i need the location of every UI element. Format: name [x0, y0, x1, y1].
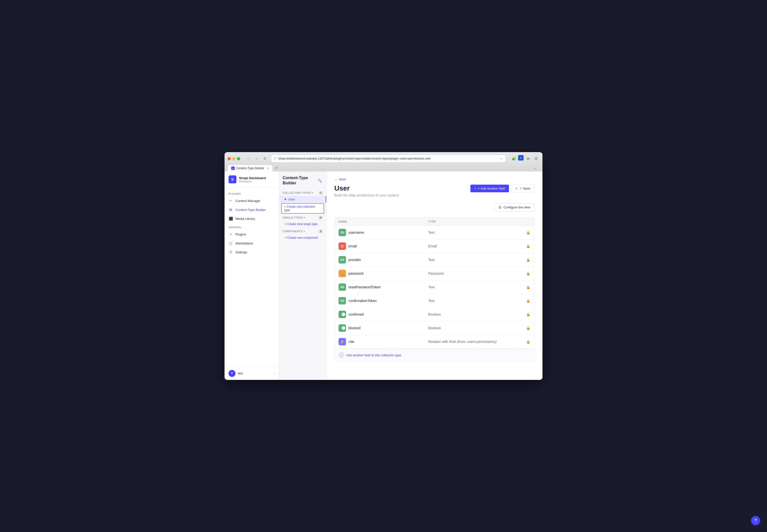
sidebar-item-label: Content Manager: [236, 199, 260, 203]
add-another-field-button[interactable]: + + Add another field: [470, 185, 509, 192]
bitwarden-icon[interactable]: b: [518, 155, 523, 161]
field-name: password: [349, 271, 363, 275]
ctb-item-label: User: [288, 198, 295, 201]
field-type-label: Email: [428, 244, 518, 248]
table-row[interactable]: Ab resetPasswordToken Text 🔒: [335, 280, 534, 294]
main-content: ← Back User Build the data architecture …: [326, 171, 542, 380]
menu-button[interactable]: ☰: [532, 155, 539, 162]
field-type-icon: Ab: [339, 229, 346, 236]
sidebar-item-media-library[interactable]: ⬛ Media Library: [225, 214, 279, 223]
tab-label: Content-Type Builder: [236, 166, 264, 170]
field-name: provider: [349, 258, 361, 262]
field-type-label: Text: [428, 285, 518, 289]
sidebar-item-content-manager[interactable]: ✏ Content Manager: [225, 196, 279, 205]
field-name-cell: Ab provider: [339, 256, 428, 264]
field-name-cell: Ab username: [339, 229, 428, 236]
sidebar-item-content-type-builder[interactable]: ⊞ Content-Type Builder: [225, 205, 279, 214]
back-link-label: Back: [339, 178, 346, 181]
collection-types-header: COLLECTION TYPES ▾ 1: [279, 190, 326, 196]
table-row[interactable]: Ab username Text 🔒: [335, 226, 534, 239]
field-lock-icon: 🔒: [518, 340, 530, 344]
field-name-cell: ⚡ role: [339, 338, 428, 345]
sidebar-item-marketplace[interactable]: 🛒 Marketplace: [225, 239, 279, 248]
media-library-icon: ⬛: [229, 216, 233, 221]
components-chevron: ▾: [304, 230, 305, 233]
ctb-panel: Content-Type Builder 🔍 COLLECTION TYPES …: [279, 171, 326, 380]
table-row[interactable]: confirmed Boolean 🔒: [335, 308, 534, 321]
sidebar-item-label: Plugins: [236, 233, 246, 236]
address-text: strapi.dollarbackend.example:1337/admin/…: [278, 157, 498, 160]
ctb-search-button[interactable]: 🔍: [317, 177, 323, 184]
field-name: resetPasswordToken: [349, 285, 381, 289]
add-field-to-collection-button[interactable]: + Add another field to this collection t…: [335, 349, 534, 361]
more-tools-button[interactable]: ≫: [524, 155, 531, 162]
single-types-label: SINGLE TYPES ▾: [283, 216, 306, 219]
ctb-panel-header: Content-Type Builder 🔍: [279, 171, 326, 190]
security-icon: 🛡: [274, 157, 277, 160]
brand-subtitle: Workplace: [239, 180, 266, 183]
table-header: NAME TYPE: [335, 218, 534, 226]
sidebar-item-settings[interactable]: ⚙ Settings: [225, 248, 279, 257]
table-row[interactable]: ⚡ role Relation with Role (from: users-p…: [335, 335, 534, 349]
tab-close-button[interactable]: ✕: [267, 167, 269, 170]
content-type-builder-icon: ⊞: [229, 207, 233, 212]
new-tab-button[interactable]: +: [273, 165, 280, 171]
table-row[interactable]: Ab provider Text 🔒: [335, 253, 534, 267]
forward-nav-button[interactable]: ›: [253, 155, 260, 162]
ctb-item-user[interactable]: User: [279, 196, 326, 203]
create-component-button[interactable]: + Create new component: [279, 234, 326, 241]
content-manager-icon: ✏: [229, 199, 233, 203]
configure-view-button[interactable]: ☰ Configure the view: [494, 203, 534, 211]
field-name-cell: blocked: [339, 324, 428, 332]
active-bullet: [285, 199, 286, 200]
refresh-button[interactable]: ↻: [262, 155, 269, 162]
field-lock-icon: 🔒: [518, 271, 530, 275]
tab-dropdown-button[interactable]: ⌄: [530, 165, 539, 171]
add-field-row-label: Add another field to this collection typ…: [346, 353, 401, 357]
minimize-button[interactable]: [232, 157, 236, 160]
back-link[interactable]: ← Back: [334, 177, 534, 181]
address-bar[interactable]: 🛡 strapi.dollarbackend.example:1337/admi…: [271, 155, 506, 163]
create-collection-type-button[interactable]: + Create new collection type: [281, 203, 324, 214]
maximize-button[interactable]: [237, 157, 240, 160]
field-type-label: Text: [428, 258, 518, 262]
table-row[interactable]: @ email Email 🔒: [335, 239, 534, 253]
create-component-label: + Create new component: [285, 236, 318, 239]
collapse-sidebar-button[interactable]: ‹: [274, 372, 275, 375]
table-row[interactable]: blocked Boolean 🔒: [335, 321, 534, 335]
ctb-panel-body: COLLECTION TYPES ▾ 1 User + Create new c…: [279, 190, 326, 380]
extensions-button[interactable]: 🧩: [510, 155, 517, 162]
table-row[interactable]: Ab confirmationToken Text 🔒: [335, 294, 534, 308]
traffic-lights: [228, 157, 240, 160]
active-tab[interactable]: S Content-Type Builder ✕: [228, 165, 273, 171]
field-type-icon: ⚡: [339, 338, 346, 345]
table-row[interactable]: 🔒 password Password 🔒: [335, 267, 534, 280]
close-button[interactable]: [228, 157, 231, 160]
check-icon: ✓: [515, 187, 518, 190]
field-lock-icon: 🔒: [518, 258, 530, 262]
plugins-section-label: PLUGINS: [225, 190, 279, 196]
field-type-icon: Ab: [339, 283, 346, 291]
brand-name: Strapi Dashboard: [239, 176, 266, 180]
browser-window: ‹ › ↻ 🛡 strapi.dollarbackend.example:133…: [225, 152, 542, 380]
field-name: role: [349, 340, 354, 344]
sidebar-footer: T test ‹: [225, 367, 279, 380]
back-nav-button[interactable]: ‹: [245, 155, 252, 162]
sidebar-header: S Strapi Dashboard Workplace: [225, 171, 279, 188]
field-name: email: [349, 244, 357, 248]
save-button[interactable]: ✓ ✓ Save: [511, 184, 534, 193]
settings-icon: ⚙: [229, 250, 233, 254]
bookmark-icon[interactable]: ☆: [500, 157, 503, 161]
single-types-header: SINGLE TYPES ▾ 0: [279, 215, 326, 221]
page-header: User Build the data architecture of your…: [334, 184, 534, 197]
field-type-label: Boolean: [428, 312, 518, 316]
field-type-label: Text: [428, 231, 518, 234]
create-single-type-button[interactable]: + Create new single type: [279, 221, 326, 227]
sidebar-item-label: Marketplace: [236, 241, 253, 245]
sidebar-item-plugins[interactable]: ✦ Plugins: [225, 230, 279, 239]
configure-section: ☰ Configure the view: [334, 203, 534, 214]
help-button[interactable]: ?: [751, 516, 760, 525]
components-count: 0: [319, 230, 323, 233]
app-layout: S Strapi Dashboard Workplace PLUGINS ✏ C…: [225, 171, 542, 380]
sidebar: S Strapi Dashboard Workplace PLUGINS ✏ C…: [225, 171, 279, 380]
